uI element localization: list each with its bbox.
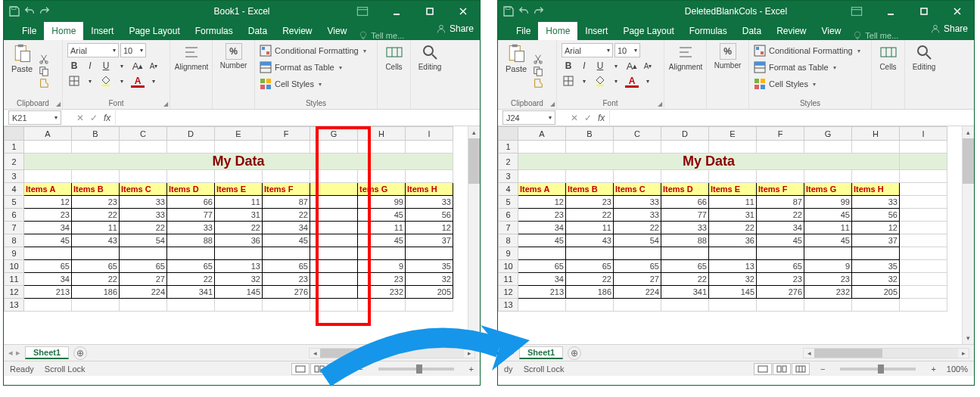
cell[interactable]: 32 [215, 273, 263, 286]
vscroll-thumb[interactable] [468, 138, 480, 184]
hscroll-thumb[interactable] [320, 349, 388, 358]
cell[interactable] [406, 170, 453, 183]
cell[interactable] [310, 170, 358, 183]
cell[interactable]: 65 [757, 260, 804, 273]
cell[interactable]: 12 [852, 222, 900, 234]
cell[interactable] [661, 299, 709, 312]
row-header[interactable]: 13 [5, 299, 24, 312]
cell[interactable]: 88 [167, 234, 215, 247]
view-page-break-icon[interactable] [792, 363, 810, 375]
cell[interactable] [709, 170, 757, 183]
name-box[interactable]: K21▾ [8, 110, 61, 125]
formula-bar[interactable] [609, 110, 974, 125]
tab-formulas[interactable]: Formulas [682, 22, 735, 40]
save-icon[interactable] [8, 5, 20, 17]
decrease-font-icon[interactable]: A▾ [641, 59, 655, 73]
header-cell[interactable]: Items E [709, 183, 757, 196]
cell[interactable] [310, 286, 358, 299]
zoom-in-icon[interactable]: + [931, 364, 935, 374]
row-header[interactable]: 5 [5, 196, 24, 209]
cell[interactable]: 22 [167, 273, 215, 286]
cell[interactable]: 45 [804, 234, 852, 247]
row-header[interactable]: 4 [499, 183, 518, 196]
cell[interactable] [757, 141, 804, 154]
cell[interactable] [215, 141, 263, 154]
cell[interactable]: 224 [120, 286, 167, 299]
cell[interactable] [310, 299, 358, 312]
cell[interactable] [358, 170, 406, 183]
cell[interactable]: 33 [406, 196, 453, 209]
tab-nav-last-icon[interactable]: ▸ [510, 348, 515, 358]
cell[interactable]: 23 [757, 273, 804, 286]
zoom-slider[interactable] [378, 368, 454, 371]
header-cell[interactable]: Items H [406, 183, 453, 196]
cell[interactable]: 23 [72, 196, 120, 209]
cell[interactable] [406, 299, 453, 312]
cell[interactable]: 33 [120, 209, 167, 222]
scroll-left-icon[interactable]: ◂ [310, 349, 320, 358]
enter-formula-icon[interactable]: ✓ [584, 113, 592, 123]
cell[interactable]: 31 [709, 209, 757, 222]
cell[interactable] [24, 299, 72, 312]
cell[interactable]: 65 [263, 260, 310, 273]
row-header[interactable]: 1 [5, 141, 24, 154]
close-button[interactable] [941, 1, 974, 22]
cell[interactable] [757, 170, 804, 183]
cell[interactable] [167, 141, 215, 154]
cell[interactable]: 65 [72, 260, 120, 273]
cell[interactable]: 186 [566, 286, 614, 299]
cell[interactable]: 33 [852, 196, 900, 209]
cell[interactable] [757, 247, 804, 260]
zoom-out-icon[interactable]: − [820, 364, 825, 374]
cell[interactable] [709, 299, 757, 312]
cell[interactable] [358, 141, 406, 154]
cell[interactable]: 66 [661, 196, 709, 209]
cell[interactable]: 213 [24, 286, 72, 299]
cell[interactable]: 37 [852, 234, 900, 247]
horizontal-scrollbar[interactable]: ◂ ▸ [309, 348, 475, 358]
cell[interactable]: 88 [661, 234, 709, 247]
column-header[interactable]: H [852, 127, 900, 141]
cell[interactable]: 87 [263, 196, 310, 209]
share-button[interactable]: Share [436, 23, 474, 34]
font-size-selector[interactable]: 10▾ [120, 43, 146, 57]
cell[interactable]: 12 [24, 196, 72, 209]
cell[interactable]: 34 [518, 222, 566, 234]
cell[interactable] [614, 299, 661, 312]
cut-icon[interactable] [533, 54, 543, 64]
cell[interactable] [852, 170, 900, 183]
cell[interactable] [900, 170, 947, 183]
tab-insert[interactable]: Insert [577, 22, 615, 40]
cell[interactable]: 27 [120, 273, 167, 286]
scroll-down-icon[interactable]: ▾ [468, 332, 480, 344]
copy-icon[interactable] [39, 66, 49, 76]
cell[interactable] [72, 141, 120, 154]
editing-button[interactable]: Editing [910, 43, 938, 99]
tab-insert[interactable]: Insert [83, 22, 121, 40]
view-page-layout-icon[interactable] [310, 363, 328, 375]
column-header[interactable]: F [757, 127, 804, 141]
clipboard-dialog-launcher-icon[interactable]: ◢ [56, 101, 61, 107]
cell[interactable]: 23 [263, 273, 310, 286]
row-header[interactable]: 11 [5, 273, 24, 286]
font-dialog-launcher-icon[interactable]: ◢ [163, 101, 168, 107]
cancel-formula-icon[interactable]: ✕ [571, 113, 578, 123]
tab-nav-last-icon[interactable]: ▸ [16, 348, 20, 358]
header-cell[interactable]: Items A [24, 183, 72, 196]
cut-icon[interactable] [39, 54, 49, 64]
row-header[interactable]: 10 [499, 260, 518, 273]
cell[interactable] [310, 247, 358, 260]
cell[interactable] [900, 299, 947, 312]
cell[interactable]: 22 [263, 209, 310, 222]
tab-view[interactable]: View [814, 22, 849, 40]
cell[interactable]: 34 [24, 222, 72, 234]
cell[interactable] [263, 141, 310, 154]
row-header[interactable]: 4 [5, 183, 24, 196]
cell[interactable] [24, 247, 72, 260]
tell-me-search[interactable]: Tell me... [359, 31, 404, 40]
cell[interactable]: 65 [614, 260, 661, 273]
cell[interactable] [263, 170, 310, 183]
cell[interactable] [757, 299, 804, 312]
format-as-table-button[interactable]: Format as Table [260, 60, 372, 75]
cell[interactable] [566, 170, 614, 183]
